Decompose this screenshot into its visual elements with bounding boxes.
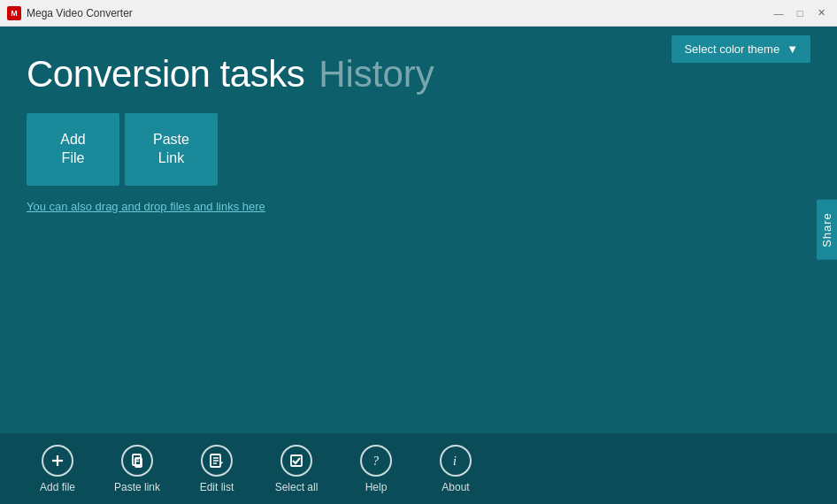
toolbar-label-select-all: Select all bbox=[275, 481, 319, 493]
svg-rect-2 bbox=[133, 454, 141, 465]
help-icon: ? bbox=[360, 445, 392, 477]
add-file-button[interactable]: AddFile bbox=[27, 113, 119, 186]
toolbar-label-about: About bbox=[442, 481, 469, 493]
drag-drop-hint[interactable]: You can also drag and drop files and lin… bbox=[27, 200, 810, 213]
add-file-icon bbox=[42, 445, 73, 477]
svg-text:?: ? bbox=[372, 454, 379, 468]
paste-link-button[interactable]: PasteLink bbox=[125, 113, 218, 186]
titlebar: M Mega Video Converter — □ ✕ bbox=[0, 0, 837, 27]
about-icon: i bbox=[440, 445, 472, 477]
action-buttons: AddFile PasteLink bbox=[27, 113, 810, 186]
edit-list-icon bbox=[201, 445, 233, 477]
toolbar-label-paste-link: Paste link bbox=[114, 481, 160, 493]
toolbar-label-add-file: Add file bbox=[40, 481, 75, 493]
main-content: Select color theme ▼ Conversion tasks Hi… bbox=[0, 27, 837, 433]
toolbar-label-edit-list: Edit list bbox=[200, 481, 234, 493]
select-all-icon bbox=[280, 445, 312, 477]
minimize-button[interactable]: — bbox=[770, 5, 787, 21]
toolbar-item-edit-list[interactable]: Edit list bbox=[177, 438, 257, 500]
svg-text:i: i bbox=[453, 454, 457, 468]
bottom-toolbar: Add file Paste link Edit list bbox=[0, 433, 837, 504]
toolbar-item-paste-link[interactable]: Paste link bbox=[97, 438, 177, 500]
paste-link-icon bbox=[121, 445, 153, 477]
color-theme-label: Select color theme bbox=[684, 42, 779, 56]
close-button[interactable]: ✕ bbox=[812, 5, 830, 21]
maximize-button[interactable]: □ bbox=[791, 5, 809, 21]
toolbar-item-help[interactable]: ? Help bbox=[336, 438, 416, 500]
svg-rect-10 bbox=[291, 455, 302, 466]
toolbar-item-select-all[interactable]: Select all bbox=[257, 438, 336, 500]
toolbar-item-add-file[interactable]: Add file bbox=[18, 438, 97, 500]
heading-primary: Conversion tasks bbox=[27, 53, 304, 95]
color-theme-button[interactable]: Select color theme ▼ bbox=[672, 35, 810, 63]
toolbar-label-help: Help bbox=[365, 481, 388, 493]
app-title: Mega Video Converter bbox=[27, 7, 133, 19]
heading-secondary: History bbox=[319, 53, 434, 95]
share-tab[interactable]: Share bbox=[817, 200, 837, 260]
app-logo: M bbox=[7, 6, 21, 20]
dropdown-icon: ▼ bbox=[787, 42, 798, 56]
titlebar-left: M Mega Video Converter bbox=[7, 6, 133, 20]
toolbar-item-about[interactable]: i About bbox=[416, 438, 495, 500]
window-controls: — □ ✕ bbox=[770, 5, 830, 21]
